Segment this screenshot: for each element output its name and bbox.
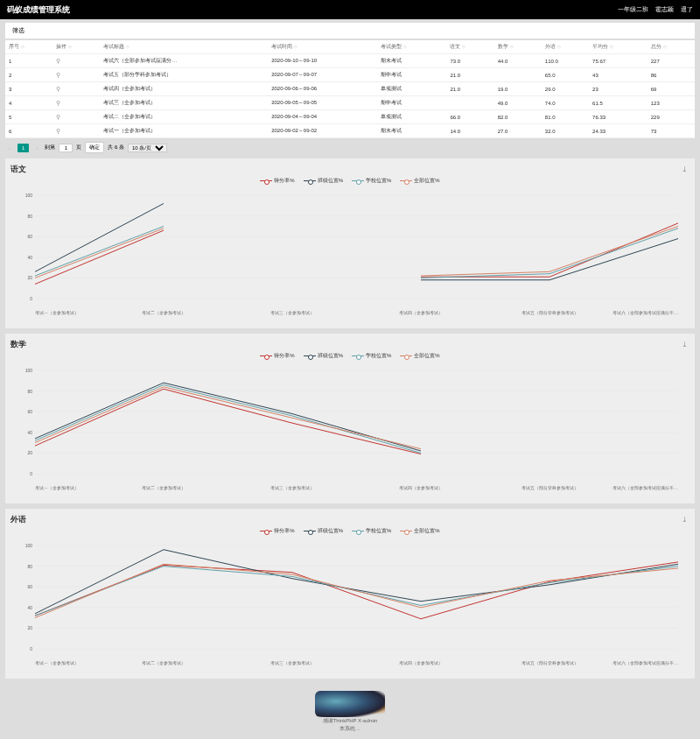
svg-text:考试五（部分学科参加考试）: 考试五（部分学科参加考试） bbox=[522, 310, 578, 315]
svg-text:60: 60 bbox=[27, 409, 32, 414]
logout-link[interactable]: 退了 bbox=[681, 5, 693, 14]
chart-legend[interactable]: 得分率%班级位置%学校位置%全部位置% bbox=[10, 527, 690, 535]
svg-text:80: 80 bbox=[27, 564, 32, 569]
pager-total: 共 6 条 bbox=[108, 144, 124, 151]
col-header[interactable]: 考试标题◇ bbox=[100, 40, 268, 54]
svg-text:40: 40 bbox=[27, 255, 32, 260]
detail-icon[interactable]: ⚲ bbox=[56, 72, 60, 78]
svg-text:考试六（全部参加考试应满分不…: 考试六（全部参加考试应满分不… bbox=[612, 310, 678, 315]
filter-bar[interactable]: 筛选 bbox=[5, 23, 695, 39]
svg-text:考试一（全参加考试）: 考试一（全参加考试） bbox=[35, 660, 79, 665]
svg-text:考试三（全参加考试）: 考试三（全参加考试） bbox=[270, 660, 314, 665]
svg-text:考试四（全参加考试）: 考试四（全参加考试） bbox=[399, 660, 443, 665]
user-class[interactable]: 一年级二班 bbox=[618, 5, 648, 14]
svg-text:20: 20 bbox=[27, 625, 32, 630]
col-header[interactable]: 考试时间◇ bbox=[268, 40, 377, 54]
chart-title: 语文 bbox=[10, 164, 690, 175]
svg-text:0: 0 bbox=[30, 471, 32, 476]
table-row: 6⚲考试一（全参加考试）2020-09-02～09-02期末考试14.027.0… bbox=[5, 124, 695, 138]
detail-icon[interactable]: ⚲ bbox=[56, 100, 60, 106]
detail-icon[interactable]: ⚲ bbox=[56, 114, 60, 120]
chart-legend[interactable]: 得分率%班级位置%学校位置%全部位置% bbox=[10, 177, 690, 185]
chart-block-数学: 数学 ⤓ 得分率%班级位置%学校位置%全部位置% 020406080100考试一… bbox=[5, 334, 695, 503]
svg-text:考试三（全参加考试）: 考试三（全参加考试） bbox=[270, 485, 314, 490]
svg-text:考试三（全参加考试）: 考试三（全参加考试） bbox=[270, 310, 314, 315]
pager-current[interactable]: 1 bbox=[18, 144, 29, 152]
svg-text:80: 80 bbox=[27, 214, 32, 219]
svg-text:40: 40 bbox=[27, 605, 32, 610]
pager: ‹ 1 › 到第 页 确定 共 6 条 10 条/页 bbox=[5, 142, 695, 153]
col-header[interactable]: 操作◇ bbox=[52, 40, 100, 54]
svg-text:0: 0 bbox=[30, 646, 32, 651]
pager-goto-input[interactable] bbox=[59, 144, 73, 152]
pager-confirm[interactable]: 确定 bbox=[85, 142, 104, 153]
download-icon[interactable]: ⤓ bbox=[682, 341, 688, 348]
chart-title: 外语 bbox=[10, 514, 690, 525]
table-row: 3⚲考试四（全参加考试）2020-09-06～09-06单项测试21.019.0… bbox=[5, 82, 695, 96]
chart-svg: 020406080100考试一（全参加考试）考试二（全参加考试）考试三（全参加考… bbox=[10, 537, 690, 668]
svg-text:80: 80 bbox=[27, 389, 32, 394]
svg-text:20: 20 bbox=[27, 450, 32, 455]
pager-prev[interactable]: ‹ bbox=[5, 144, 14, 152]
svg-text:100: 100 bbox=[25, 193, 33, 198]
chart-title: 数学 bbox=[10, 339, 690, 350]
svg-text:100: 100 bbox=[25, 368, 33, 373]
download-icon[interactable]: ⤓ bbox=[682, 165, 688, 173]
table-row: 1⚲考试六（全部参加考试应满分…2020-09-10～09-10期末考试73.0… bbox=[5, 54, 695, 68]
topbar: 码蚁成绩管理系统 一年级二班 霍志颖 退了 bbox=[0, 0, 700, 19]
svg-text:考试五（部分学科参加考试）: 考试五（部分学科参加考试） bbox=[522, 660, 578, 665]
pager-goto-prefix: 到第 bbox=[45, 144, 55, 151]
svg-text:60: 60 bbox=[27, 584, 32, 589]
user-name[interactable]: 霍志颖 bbox=[655, 5, 674, 14]
svg-text:40: 40 bbox=[27, 430, 32, 435]
download-icon[interactable]: ⤓ bbox=[682, 516, 688, 524]
svg-text:考试二（全参加考试）: 考试二（全参加考试） bbox=[142, 485, 186, 490]
svg-text:20: 20 bbox=[27, 275, 32, 280]
chart-svg: 020406080100考试一（全参加考试）考试二（全参加考试）考试三（全参加考… bbox=[10, 187, 690, 318]
results-table: 序号◇操作◇考试标题◇考试时间◇考试类型◇语文◇数学◇外语◇平均分◇总分◇ 1⚲… bbox=[5, 40, 695, 138]
col-header[interactable]: 序号◇ bbox=[5, 40, 52, 54]
chart-legend[interactable]: 得分率%班级位置%学校位置%全部位置% bbox=[10, 352, 690, 360]
footer-sys: 本系统… bbox=[340, 726, 360, 731]
table-row: 4⚲考试三（全参加考试）2020-09-05～09-05期中考试49.074.0… bbox=[5, 96, 695, 110]
col-header[interactable]: 总分◇ bbox=[648, 40, 695, 54]
detail-icon[interactable]: ⚲ bbox=[56, 86, 60, 92]
svg-text:考试二（全参加考试）: 考试二（全参加考试） bbox=[142, 660, 186, 665]
svg-text:60: 60 bbox=[27, 234, 32, 239]
svg-text:考试一（全参加考试）: 考试一（全参加考试） bbox=[35, 310, 79, 315]
svg-text:考试四（全参加考试）: 考试四（全参加考试） bbox=[399, 310, 443, 315]
svg-text:考试六（全部参加考试应满分不…: 考试六（全部参加考试应满分不… bbox=[612, 660, 678, 665]
pager-goto-suffix: 页 bbox=[76, 144, 81, 151]
svg-text:考试一（全参加考试）: 考试一（全参加考试） bbox=[35, 485, 79, 490]
col-header[interactable]: 语文◇ bbox=[446, 40, 494, 54]
chart-block-语文: 语文 ⤓ 得分率%班级位置%学校位置%全部位置% 020406080100考试一… bbox=[5, 158, 695, 328]
app-title: 码蚁成绩管理系统 bbox=[7, 4, 70, 16]
table-row: 2⚲考试五（部分学科参加考试）2020-09-07～09-07期中考试21.06… bbox=[5, 68, 695, 82]
svg-text:考试六（全部参加考试应满分不…: 考试六（全部参加考试应满分不… bbox=[612, 485, 678, 490]
footer-credit: 感谢ThinkPHP X-admin bbox=[323, 718, 378, 723]
svg-text:考试四（全参加考试）: 考试四（全参加考试） bbox=[399, 485, 443, 490]
pager-next[interactable]: › bbox=[32, 144, 41, 152]
table-row: 5⚲考试二（全参加考试）2020-09-04～09-04单项测试66.082.0… bbox=[5, 110, 695, 124]
pager-size[interactable]: 10 条/页 bbox=[128, 144, 167, 152]
svg-text:0: 0 bbox=[30, 296, 32, 301]
detail-icon[interactable]: ⚲ bbox=[56, 128, 60, 134]
filter-label: 筛选 bbox=[12, 27, 24, 33]
chart-block-外语: 外语 ⤓ 得分率%班级位置%学校位置%全部位置% 020406080100考试一… bbox=[5, 509, 695, 679]
footer: 感谢ThinkPHP X-admin 本系统… bbox=[0, 686, 700, 738]
col-header[interactable]: 外语◇ bbox=[542, 40, 589, 54]
svg-text:考试二（全参加考试）: 考试二（全参加考试） bbox=[142, 310, 186, 315]
col-header[interactable]: 数学◇ bbox=[494, 40, 542, 54]
svg-text:考试五（部分学科参加考试）: 考试五（部分学科参加考试） bbox=[522, 485, 578, 490]
chart-svg: 020406080100考试一（全参加考试）考试二（全参加考试）考试三（全参加考… bbox=[10, 362, 690, 493]
col-header[interactable]: 平均分◇ bbox=[589, 40, 648, 54]
col-header[interactable]: 考试类型◇ bbox=[377, 40, 446, 54]
svg-text:100: 100 bbox=[25, 543, 33, 548]
detail-icon[interactable]: ⚲ bbox=[56, 58, 60, 64]
footer-image bbox=[315, 691, 385, 717]
